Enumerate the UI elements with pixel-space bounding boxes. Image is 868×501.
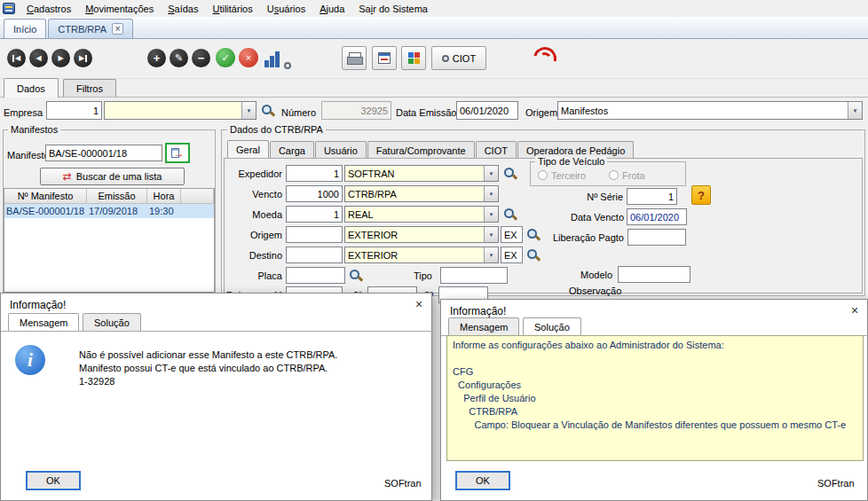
ctrb-tab-ciot[interactable]: CIOT (476, 141, 517, 159)
grid-cell-emissao[interactable]: 17/09/2018 (87, 204, 147, 218)
numero-input: 32925 (321, 101, 391, 120)
chart-button[interactable] (264, 48, 291, 69)
tipo-input[interactable] (440, 267, 508, 284)
panel-divider (0, 97, 868, 98)
origem-code-input[interactable] (286, 226, 343, 243)
liberacao-input[interactable] (627, 229, 686, 246)
grid-header-hora[interactable]: Hora (147, 189, 181, 204)
close-icon[interactable]: × (411, 296, 427, 312)
menu-sair-do-sistema[interactable]: Sair do Sistema (351, 2, 435, 16)
placa-input[interactable] (286, 267, 345, 284)
dialog-tab-mensagem[interactable]: Mensagem (448, 317, 519, 335)
data-vencto-input[interactable]: 06/01/2020 (627, 208, 687, 225)
softran-logo-icon[interactable] (533, 47, 556, 70)
edit-button[interactable]: ✎ (170, 49, 188, 67)
destino-combo[interactable]: EXTERIOR▼ (344, 247, 499, 263)
first-record-button[interactable]: ◀ (7, 49, 26, 67)
grid-header-emissao[interactable]: Emissão (87, 189, 147, 204)
last-record-button[interactable]: ▶ (74, 49, 92, 67)
remove-button[interactable]: − (192, 49, 210, 67)
check-icon: ✓ (221, 52, 229, 64)
nserie-input[interactable]: 1 (627, 188, 677, 205)
ctrb-tab-geral[interactable]: Geral (227, 140, 269, 159)
ctrb-tab-carga[interactable]: Carga (270, 141, 314, 159)
menu-ajuda[interactable]: Ajuda (312, 2, 351, 16)
ctrb-tab-usuario[interactable]: Usuário (315, 141, 367, 159)
tab-close-icon[interactable]: × (112, 23, 123, 35)
add-button[interactable]: + (147, 49, 166, 67)
vencto-label: Vencto (222, 189, 282, 200)
moeda-label: Moeda (222, 209, 282, 220)
moeda-code-input[interactable]: 1 (286, 206, 343, 223)
destino-uf-input[interactable]: EX (501, 247, 523, 263)
manifesto-input[interactable]: BA/SE-000001/18 (45, 145, 162, 161)
menu-cadastros[interactable]: Cadastros (20, 2, 78, 16)
tab-filtros[interactable]: Filtros (63, 79, 116, 98)
origem-header-combo[interactable]: Manifestos▼ (557, 101, 863, 120)
vencto-combo[interactable]: CTRB/RPA▼ (344, 185, 499, 202)
buscar-lista-button[interactable]: ⇄ Buscar de uma lista (40, 168, 185, 185)
help-button[interactable]: ? (691, 185, 711, 205)
ciot-button-label: CIOT (453, 53, 476, 64)
export-button[interactable] (401, 46, 426, 70)
prev-icon: ◀ (36, 55, 41, 62)
data-vencto-label: Data Vencto (566, 212, 624, 223)
ok-button[interactable]: OK (26, 471, 81, 490)
tipo-label: Tipo (414, 270, 432, 281)
expedidor-search-icon[interactable] (503, 167, 517, 180)
frota-radio (609, 170, 619, 180)
destino-code-input[interactable] (286, 247, 343, 263)
modelo-input[interactable] (618, 266, 690, 283)
cancel-button[interactable]: × (239, 48, 258, 67)
grid-icon (408, 52, 420, 64)
grid-cell-hora[interactable]: 19:30 (147, 204, 181, 218)
data-emissao-input[interactable]: 06/01/2020 (456, 101, 518, 120)
menu-saidas[interactable]: Saídas (161, 2, 205, 16)
prev-record-button[interactable]: ◀ (29, 49, 48, 67)
dropdown-arrow-icon[interactable]: ▼ (484, 207, 498, 222)
origem-combo[interactable]: EXTERIOR▼ (344, 226, 499, 243)
origem-search-icon[interactable] (526, 228, 540, 241)
tab-dados[interactable]: Dados (4, 78, 59, 98)
dropdown-arrow-icon[interactable]: ▼ (484, 227, 498, 242)
empresa-combo[interactable]: ▼ (104, 101, 256, 120)
report-button[interactable] (372, 46, 397, 70)
close-icon[interactable]: × (847, 302, 863, 318)
dropdown-arrow-icon[interactable]: ▼ (484, 247, 498, 262)
moeda-search-icon[interactable] (503, 207, 517, 221)
dialog-tab-mensagem[interactable]: Mensagem (8, 313, 79, 331)
print-button[interactable] (342, 46, 367, 70)
expedidor-combo[interactable]: SOFTRAN▼ (344, 165, 499, 182)
observacao-label: Observação (569, 286, 621, 296)
next-record-button[interactable]: ▶ (51, 49, 70, 67)
dropdown-arrow-icon[interactable]: ▼ (484, 186, 498, 201)
vencto-code-input[interactable]: 1000 (286, 185, 343, 202)
placa-search-icon[interactable] (349, 269, 362, 282)
dialog-tab-solucao[interactable]: Solução (83, 313, 141, 331)
dialog-tab-solucao[interactable]: Solução (523, 317, 581, 335)
arrow-right-icon: → (174, 148, 185, 159)
dropdown-arrow-icon[interactable]: ▼ (484, 166, 498, 181)
moeda-combo[interactable]: REAL▼ (344, 206, 499, 223)
dropdown-arrow-icon[interactable]: ▼ (241, 102, 256, 119)
dropdown-arrow-icon[interactable]: ▼ (848, 102, 862, 119)
expedidor-code-input[interactable]: 1 (286, 165, 343, 182)
ciot-button[interactable]: CIOT (431, 46, 486, 70)
origem-uf-input[interactable]: EX (501, 226, 523, 243)
empresa-search-icon[interactable] (261, 104, 274, 117)
empresa-code-input[interactable]: 1 (46, 101, 102, 120)
destino-search-icon[interactable] (526, 248, 540, 262)
tab-ctrb-rpa[interactable]: CTRB/RPA × (48, 19, 133, 38)
placa-label: Placa (222, 270, 282, 281)
tab-inicio[interactable]: Início (4, 19, 46, 38)
ok-button[interactable]: OK (455, 471, 510, 490)
ctrb-tab-fatura[interactable]: Fatura/Comprovante (367, 141, 475, 159)
grid-cell-manifesto[interactable]: BA/SE-000001/18 (4, 204, 87, 218)
add-manifesto-button[interactable]: → (165, 143, 190, 163)
grid-header-manifesto[interactable]: Nº Manifesto (4, 189, 87, 204)
menu-utilitarios[interactable]: Utilitários (205, 2, 259, 16)
menu-movimentacoes[interactable]: Movimentações (78, 2, 161, 16)
confirm-button[interactable]: ✓ (216, 48, 235, 67)
bar-chart-icon (264, 51, 280, 67)
menu-usuarios[interactable]: Usuários (260, 2, 312, 16)
